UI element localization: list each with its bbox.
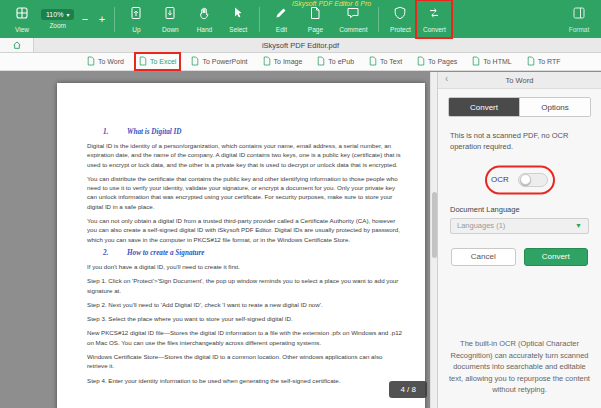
panel-header: ‹ To Word	[438, 72, 601, 89]
to-rtf-label: To RTF	[538, 58, 561, 65]
convert-label: Convert	[423, 26, 446, 33]
toolbar-divider	[259, 7, 260, 32]
to-image-label: To Image	[274, 58, 303, 65]
shield-icon	[393, 6, 407, 24]
to-epub-label: To ePub	[328, 58, 354, 65]
view-button[interactable]: View	[5, 1, 39, 37]
page-button[interactable]: Page	[298, 1, 332, 37]
view-label: View	[15, 26, 29, 33]
format-button[interactable]: Format	[562, 1, 596, 37]
doc-heading-2: 2. How to create a Signature	[103, 249, 403, 257]
pdf-page: 1. What is Digital ID Digital ID is the …	[57, 83, 425, 408]
pdf-page-content: 1. What is Digital ID Digital ID is the …	[57, 83, 425, 385]
doc-paragraph: Windows Certificate Store—Stores the dig…	[87, 352, 403, 371]
page-down-button[interactable]: Down	[153, 1, 187, 37]
ocr-notice-text: This is not a scanned PDF, no OCR operat…	[450, 130, 589, 153]
select-tool-button[interactable]: Select	[221, 1, 255, 37]
convert-arrows-icon	[427, 6, 441, 24]
ocr-description-text: The built-in OCR (Optical Character Reco…	[448, 338, 591, 396]
to-epub-button[interactable]: To ePub	[314, 54, 357, 69]
heading-number: 2.	[103, 249, 127, 257]
chevron-down-icon: ▾	[66, 11, 69, 18]
doc-paragraph: Step 4. Enter your identity information …	[87, 376, 403, 385]
convert-options-bar: To Word To Excel To PowerPoint To Image …	[0, 53, 601, 71]
zoom-out-button[interactable]: −	[78, 14, 91, 25]
protect-button[interactable]: Protect	[383, 1, 417, 37]
convert-action-button[interactable]: Convert	[524, 248, 589, 266]
pencil-icon	[274, 6, 288, 24]
doc-icon	[527, 56, 535, 67]
convert-side-panel: ‹ To Word Convert Options This is not a …	[437, 72, 601, 408]
document-tab-title[interactable]: iSkysoft PDF Editor.pdf	[0, 41, 601, 50]
edit-button[interactable]: Edit	[264, 1, 298, 37]
to-rtf-button[interactable]: To RTF	[524, 54, 564, 69]
zoom-level-dropdown[interactable]: 110% ▾	[41, 9, 74, 20]
to-pages-button[interactable]: To Pages	[414, 54, 460, 69]
panel-action-buttons: Cancel Convert	[451, 248, 588, 266]
panel-title: To Word	[506, 76, 534, 85]
to-excel-button[interactable]: To Excel	[136, 54, 179, 69]
panel-tabs: Convert Options	[448, 97, 591, 117]
to-image-button[interactable]: To Image	[260, 54, 306, 69]
ocr-toggle[interactable]	[518, 173, 548, 187]
zoom-in-button[interactable]: +	[95, 14, 108, 25]
doc-paragraph: Step 2. Next you'll need to 'Add Digital…	[87, 300, 403, 309]
back-chevron-icon[interactable]: ‹	[445, 73, 448, 84]
page-up-icon	[129, 6, 143, 24]
language-select-value: Languages (1)	[457, 221, 505, 230]
zoom-label: Zoom	[49, 22, 66, 29]
to-text-button[interactable]: To Text	[366, 54, 405, 69]
doc-paragraph: You can not only obtain a digital ID fro…	[87, 216, 403, 244]
doc-paragraph: Digital ID is the identity of a person/o…	[87, 141, 403, 169]
toolbar-divider	[114, 7, 115, 32]
comment-label: Comment	[339, 26, 367, 33]
tab-options[interactable]: Options	[519, 98, 590, 116]
ocr-label: OCR	[491, 175, 509, 184]
page-down-label: Down	[162, 26, 179, 33]
doc-icon	[263, 56, 271, 67]
cancel-button[interactable]: Cancel	[451, 248, 516, 266]
doc-icon	[317, 56, 325, 67]
doc-paragraph: If you don't have a digital ID, you'll n…	[87, 262, 403, 271]
protect-label: Protect	[390, 26, 411, 33]
ocr-toggle-knob	[520, 174, 531, 185]
doc-icon	[191, 56, 199, 67]
chevron-down-icon: ▼	[575, 222, 582, 229]
tab-convert[interactable]: Convert	[449, 98, 519, 116]
to-powerpoint-label: To PowerPoint	[202, 58, 247, 65]
doc-paragraph: New PKCS#12 digital ID file—Stores the d…	[87, 328, 403, 347]
document-language-label: Document Language	[450, 205, 589, 214]
heading-number: 1.	[103, 128, 127, 136]
doc-icon	[369, 56, 377, 67]
doc-icon	[472, 56, 480, 67]
zoom-value: 110%	[46, 11, 63, 18]
to-pages-label: To Pages	[428, 58, 457, 65]
page-up-button[interactable]: Up	[119, 1, 153, 37]
ocr-toggle-row: OCR	[438, 165, 601, 195]
doc-icon	[87, 56, 95, 67]
view-grid-icon	[15, 6, 29, 24]
to-word-button[interactable]: To Word	[84, 54, 127, 69]
page-up-label: Up	[132, 26, 140, 33]
pdf-viewport[interactable]: 1. What is Digital ID Digital ID is the …	[0, 72, 437, 408]
main-toolbar: View 110% ▾ Zoom − + Up Down Hand	[0, 0, 601, 38]
heading-text: What is Digital ID	[127, 128, 182, 136]
to-word-label: To Word	[98, 58, 124, 65]
cursor-icon	[231, 6, 245, 24]
comment-bubble-icon	[346, 6, 360, 24]
page-down-icon	[163, 6, 177, 24]
to-excel-label: To Excel	[150, 58, 176, 65]
doc-paragraph: Step 1. Click on 'Protect'>'Sign Documen…	[87, 276, 403, 295]
toolbar-divider	[378, 7, 379, 32]
doc-icon	[139, 56, 147, 67]
to-html-button[interactable]: To HTML	[469, 54, 514, 69]
convert-button[interactable]: Convert	[417, 1, 451, 37]
language-select[interactable]: Languages (1) ▼	[450, 218, 589, 234]
hand-tool-button[interactable]: Hand	[187, 1, 221, 37]
format-label: Format	[569, 26, 590, 33]
to-powerpoint-button[interactable]: To PowerPoint	[188, 54, 250, 69]
hand-label: Hand	[197, 26, 213, 33]
vertical-scrollbar[interactable]	[430, 72, 437, 408]
heading-text: How to create a Signature	[127, 249, 204, 257]
comment-button[interactable]: Comment	[332, 1, 374, 37]
